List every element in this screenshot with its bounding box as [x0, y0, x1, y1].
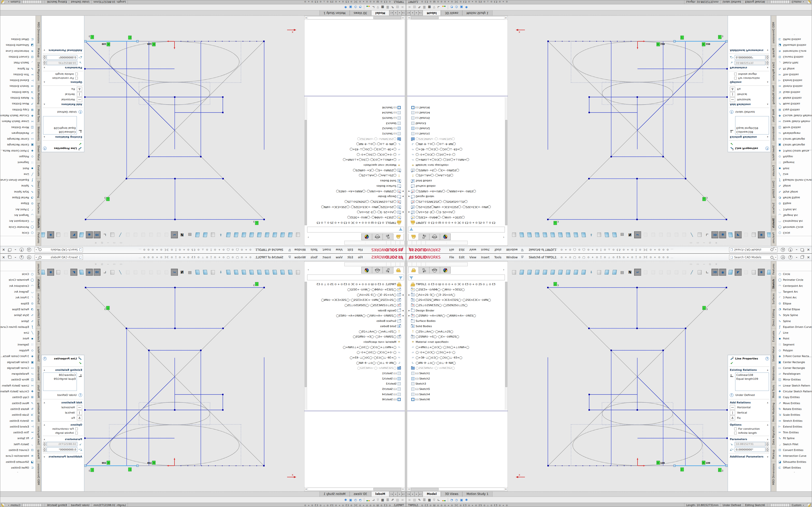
selected-endpoint-handle[interactable] — [726, 465, 728, 467]
cmdtab-sheet-metal[interactable]: Sheet Metal — [771, 143, 776, 163]
tab-overflow-arrow[interactable]: › — [503, 236, 504, 239]
tool-corner-rectangle[interactable]: ▭Corner Rectangle — [0, 136, 36, 142]
tree-row[interactable]: ≡Material <not specified> — [308, 163, 404, 168]
motion-tool-icon[interactable]: ◔ — [450, 498, 453, 502]
expand-arrow-icon[interactable]: ▶ — [408, 294, 411, 296]
selected-endpoint-handle[interactable] — [137, 40, 139, 42]
timeline-nav-button[interactable]: ▸❘ — [389, 10, 394, 15]
timeline-nav-button[interactable]: ▸ — [414, 10, 418, 15]
horizontal-relation-button[interactable]: — — [730, 97, 735, 102]
motion-tool-icon[interactable]: ▣ — [460, 498, 463, 502]
motion-tool-icon[interactable]: ▤ — [413, 498, 416, 502]
cmdtab-sketch[interactable]: Sketch — [36, 216, 41, 230]
menu-tools[interactable]: Tools — [308, 247, 320, 252]
motion-tool-icon[interactable]: ✱ — [465, 498, 468, 502]
cmdtab-features[interactable]: Features — [771, 230, 776, 246]
tool-tangent-arc[interactable]: ◡Tangent Arc — [776, 213, 812, 218]
tree-row[interactable]: Σ◯2SΝИ⊙◦+Ɛ◯◦◯Ɛ+◦⊙ИΝ2S◯ — [308, 334, 404, 339]
zoom-dropdown[interactable]: Custom▴ — [790, 503, 806, 507]
tool-perimeter-circle[interactable]: ◯Perimeter Circle — [776, 224, 812, 230]
cmdtab-mbd-dimensions[interactable]: MBD Dimensions — [36, 20, 41, 46]
panel-help-icon[interactable]: ? — [43, 357, 47, 360]
selected-endpoint-handle[interactable] — [137, 465, 139, 467]
tool-mirror-entities[interactable]: ◫Mirror Entities — [776, 124, 812, 130]
scroll-left-arrow[interactable]: ◂ — [407, 488, 411, 490]
restore-button[interactable] — [801, 256, 804, 259]
section-options[interactable]: Options∧ — [728, 422, 770, 427]
minimize-button[interactable]: – — [15, 248, 16, 251]
timeline-nav-button[interactable]: ❘◂ — [406, 10, 410, 15]
tool-offset-entities[interactable]: ⊏Offset Entities — [0, 465, 36, 470]
restore-button[interactable] — [8, 256, 11, 259]
section-parameters[interactable]: Parameters∧ — [728, 437, 770, 441]
doc-tab-3d-views[interactable]: 3D Views — [441, 10, 462, 15]
relations-listbox[interactable]: Collinear108Equal length109 — [735, 116, 769, 134]
tool-sketch-fillet[interactable]: ◞Sketch Fillet — [776, 60, 812, 66]
tree-row[interactable]: ▱◯+ИΝ⊙⊥+◯⊙Ɔ◯◦◯Ɔ⊙◯+⊥⊙ΝИ+◯ — [408, 157, 504, 163]
tool-sketch-fillet[interactable]: ◞Sketch Fillet — [0, 441, 36, 447]
sketch-ellipse-small[interactable] — [602, 82, 673, 105]
search-box[interactable]: ❑ Search CAD Models ▾ — [729, 255, 777, 260]
tree-row[interactable]: ∟◯ИΝ◦ϑ◦⊥⊙◯◦◯⊙⊥◦ϑ◦ΝИ◯ — [408, 142, 504, 147]
timeline-nav-button[interactable]: ◂ — [398, 10, 402, 15]
tree-row[interactable]: ▮Solid Bodies — [408, 178, 504, 183]
tree-row[interactable]: ▮Solid Bodies — [308, 178, 404, 183]
tree-row[interactable]: TЯPDL2. ⊙ ƐƷ ⊙ Ш ⊙ ⊙ ⊙ + ⊙ ƆC ⊙ ƐƷ ⊙ + ⊙… — [308, 220, 404, 225]
tool-corner-rectangle[interactable]: ▭Corner Rectangle — [0, 365, 36, 371]
expand-arrow-icon[interactable]: ▶ — [408, 315, 411, 317]
search-icon[interactable] — [770, 248, 773, 251]
tree-row[interactable]: ∼Surface Bodies — [408, 319, 504, 324]
tool-line[interactable]: ╱Line — [0, 171, 36, 177]
tool-linear-sketch-pattern[interactable]: ∺Linear Sketch Pattern — [776, 119, 812, 124]
sketch-ellipse-small[interactable] — [139, 82, 210, 105]
tree-filter-box[interactable] — [408, 227, 505, 232]
doc-tab-3d-views[interactable]: 3D Views — [350, 492, 371, 497]
motion-tool-icon[interactable]: ◔ — [450, 6, 453, 9]
section-options[interactable]: Options∧ — [42, 422, 84, 427]
sketch-ellipse-small[interactable] — [139, 402, 210, 425]
tree-row[interactable]: (-) Sketch2 — [308, 376, 404, 381]
parameter-field[interactable]: 10.88152731 — [47, 442, 77, 446]
motion-tool-icon[interactable]: ▦ — [381, 498, 384, 502]
tree-row[interactable]: (-) Sketch6 — [308, 397, 404, 402]
relation-item[interactable]: Equal length109 — [44, 126, 75, 130]
help-icon[interactable]: ? — [788, 248, 793, 252]
selected-endpoint-handle[interactable] — [84, 465, 86, 467]
stepper-control[interactable]: ▲▼ — [766, 55, 769, 60]
tree-row[interactable]: (-) Sketch6 — [308, 105, 404, 110]
minimize-button[interactable]: – — [15, 256, 16, 259]
tree-row[interactable]: (-) Sketch1 — [308, 131, 404, 136]
pin-icon[interactable] — [520, 248, 524, 251]
tool-mirror-entities[interactable]: ◫Mirror Entities — [776, 377, 812, 382]
search-icon[interactable] — [39, 256, 42, 259]
section-options[interactable]: Options∧ — [728, 80, 770, 85]
doc-tab-model[interactable]: Model — [423, 10, 441, 15]
tool-offset-entities[interactable]: ⊏Offset Entities — [776, 465, 812, 470]
scroll-left-arrow[interactable]: ◂ — [401, 17, 405, 19]
motion-tool-icon[interactable]: ◷ — [354, 498, 357, 502]
fix-relation-button[interactable]: ⚓ — [730, 87, 735, 92]
cmdtab-sheet-metal[interactable]: Sheet Metal — [36, 344, 41, 364]
tool-circular-sketch-pattern[interactable]: ❖Circular Sketch Pattern — [0, 388, 36, 394]
close-button[interactable]: ✕ — [2, 248, 5, 252]
tree-row[interactable]: (-) Sketch5 — [408, 115, 504, 121]
section-parameters[interactable]: Parameters∧ — [42, 437, 84, 441]
tool-silhouette-entities[interactable]: ◪Silhouette Entities — [776, 459, 812, 465]
timeline-nav-button[interactable]: ◂ — [410, 492, 414, 497]
cmdtab-sketch[interactable]: Sketch — [771, 216, 776, 230]
timeline-nav-button[interactable]: ▸❘ — [389, 492, 394, 497]
cmdtab-evaluate[interactable]: Evaluate — [36, 163, 41, 179]
scroll-left-arrow[interactable]: ◂ — [407, 17, 411, 19]
cmdtab-sheet-metal[interactable]: Sheet Metal — [36, 143, 41, 163]
cmdtab-mesh-modeling[interactable]: Mesh Modeling — [36, 83, 41, 107]
section-existing-relations[interactable]: Existing Relations∧ — [728, 368, 770, 372]
fix-relation-button[interactable]: ⚓ — [77, 87, 82, 92]
tree-row[interactable]: ◦◯2SƐƷИΝΛ∩◦◯◦∩ΛΝƐƷS2◯ — [408, 136, 504, 142]
tool-partial-ellipse[interactable]: ◔Partial Ellipse — [0, 306, 36, 312]
tool-segment[interactable]: ∷Segment — [776, 342, 812, 347]
cmdtab-weldments[interactable]: Weldments — [771, 125, 776, 144]
checkbox-infinite-length[interactable] — [734, 432, 737, 434]
tool-stretch-entities[interactable]: ↔Stretch Entities — [0, 83, 36, 89]
doc-tab-model[interactable]: Model — [371, 492, 389, 497]
tool-ellipse[interactable]: ⊙Ellipse — [776, 201, 812, 207]
